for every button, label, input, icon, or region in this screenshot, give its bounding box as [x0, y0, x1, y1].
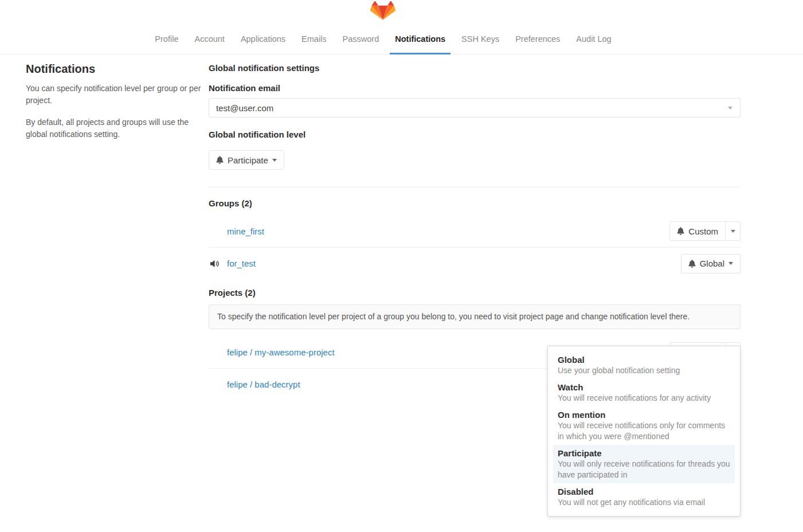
dropdown-item-title: Participate — [558, 448, 730, 459]
group-row-actions: Global — [681, 254, 741, 273]
dropdown-item-description: You will not get any notifications via e… — [558, 497, 730, 508]
projects-heading: Projects (2) — [209, 287, 741, 298]
dropdown-item-description: You will only receive notifications for … — [558, 459, 730, 480]
dropdown-item-title: Disabled — [558, 486, 730, 497]
notification-level-dropdown-menu: Global Use your global notification sett… — [547, 346, 741, 517]
notification-email-select[interactable]: test@user.com — [209, 98, 741, 118]
tab-profile[interactable]: Profile — [150, 33, 183, 54]
group-level-button-for-test[interactable]: Global — [681, 254, 741, 273]
global-level-value: Participate — [228, 155, 268, 165]
group-row-actions: Custom — [669, 221, 741, 241]
dropdown-item-description: Use your global notification setting — [558, 365, 730, 376]
tab-applications[interactable]: Applications — [236, 33, 291, 54]
dropdown-item-participate[interactable]: Participate You will only receive notifi… — [553, 445, 735, 483]
caret-down-icon — [731, 230, 735, 233]
profile-settings-tabs: Profile Account Applications Emails Pass… — [0, 33, 766, 54]
caret-down-icon — [272, 159, 277, 162]
bell-icon — [688, 260, 696, 268]
dropdown-item-on-mention[interactable]: On mention You will receive notification… — [553, 406, 735, 445]
groups-heading: Groups (2) — [209, 198, 741, 209]
notification-email-label: Notification email — [209, 83, 741, 93]
dropdown-item-title: Global — [558, 354, 730, 365]
global-level-label: Global notification level — [209, 129, 741, 140]
dropdown-item-title: On mention — [558, 409, 730, 420]
dropdown-item-watch[interactable]: Watch You will receive notifications for… — [553, 379, 735, 406]
group-link-for-test[interactable]: for_test — [227, 259, 256, 268]
gitlab-logo-icon — [370, 1, 396, 25]
page-title: Notifications — [26, 62, 202, 76]
groups-list: mine_first Custom — [209, 215, 741, 279]
sidebar-description-2: By default, all projects and groups will… — [26, 116, 202, 140]
project-link-bad-decrypt[interactable]: felipe / bad-decrypt — [227, 380, 300, 389]
tab-audit-log[interactable]: Audit Log — [571, 33, 616, 54]
global-settings-heading: Global notification settings — [209, 62, 741, 73]
bell-icon — [216, 156, 224, 164]
group-row-for-test: for_test Global — [209, 247, 741, 279]
global-level-button[interactable]: Participate — [209, 150, 284, 170]
caret-down-icon — [728, 262, 733, 265]
tab-ssh-keys[interactable]: SSH Keys — [456, 33, 504, 54]
bell-icon — [677, 227, 684, 235]
group-level-value: Global — [700, 259, 724, 268]
projects-notice: To specify the notification level per pr… — [209, 304, 741, 329]
dropdown-item-description: You will receive notifications for any a… — [558, 393, 730, 404]
chevron-down-icon — [728, 107, 733, 109]
header: Profile Account Applications Emails Pass… — [0, 0, 803, 54]
group-link-mine-first[interactable]: mine_first — [227, 226, 264, 236]
group-level-button-mine-first[interactable]: Custom — [669, 221, 726, 241]
dropdown-item-global[interactable]: Global Use your global notification sett… — [553, 351, 735, 379]
project-link-my-awesome-project[interactable]: felipe / my-awesome-project — [227, 347, 335, 357]
group-level-value: Custom — [688, 226, 718, 236]
dropdown-item-disabled[interactable]: Disabled You will not get any notificati… — [553, 483, 735, 511]
group-row-mine-first: mine_first Custom — [209, 215, 741, 247]
sidebar-description-1: You can specify notification level per g… — [26, 83, 202, 107]
volume-up-icon — [210, 259, 220, 268]
section-divider — [209, 187, 741, 187]
tab-notifications[interactable]: Notifications — [390, 33, 451, 54]
tab-account[interactable]: Account — [189, 33, 229, 54]
notification-email-value: test@user.com — [216, 103, 273, 113]
group-level-caret-button[interactable] — [725, 221, 741, 241]
tab-preferences[interactable]: Preferences — [510, 33, 565, 54]
dropdown-item-title: Watch — [558, 382, 730, 393]
dropdown-item-description: You will receive notifications only for … — [558, 420, 730, 442]
tab-password[interactable]: Password — [338, 33, 385, 54]
tab-emails[interactable]: Emails — [296, 33, 332, 54]
sidebar-help-column: Notifications You can specify notificati… — [18, 54, 209, 400]
